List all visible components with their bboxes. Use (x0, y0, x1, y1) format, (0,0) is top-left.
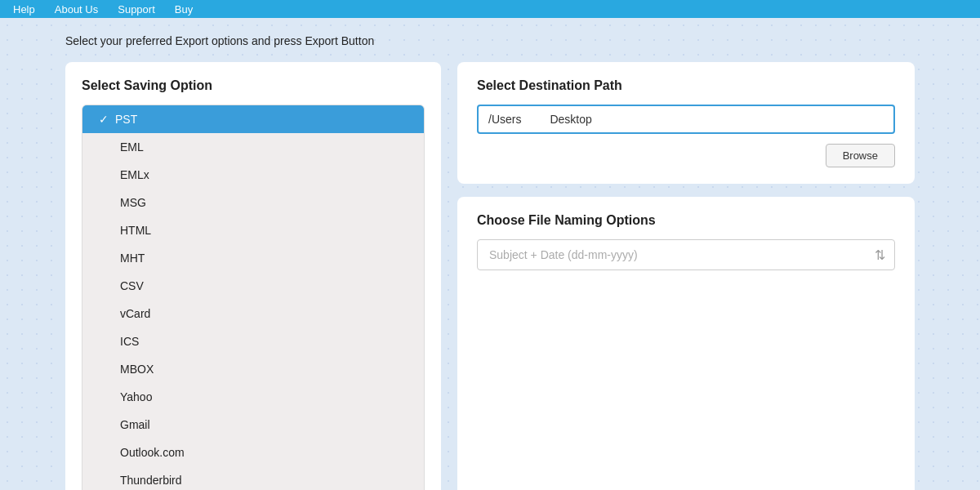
format-option-msg[interactable]: MSG (82, 189, 424, 216)
format-option-label: Gmail (120, 418, 150, 431)
main-content: Select your preferred Export options and… (0, 18, 980, 490)
format-option-label: ICS (120, 335, 139, 348)
format-option-label: EML (120, 140, 144, 154)
format-option-label: Thunderbird (120, 474, 182, 487)
destination-title: Select Destination Path (477, 78, 895, 93)
format-option-emlx[interactable]: EMLx (82, 161, 424, 189)
format-option-ics[interactable]: ICS (82, 327, 424, 355)
format-option-label: EMLx (120, 168, 149, 181)
right-panel: Select Destination Path Browse Choose Fi… (457, 62, 915, 490)
format-option-gmail[interactable]: Gmail (82, 411, 424, 439)
format-option-outlookcom[interactable]: Outlook.com (82, 439, 424, 466)
format-option-eml[interactable]: EML (82, 133, 424, 161)
destination-panel: Select Destination Path Browse (457, 62, 915, 184)
format-option-label: MHT (120, 252, 145, 265)
format-option-label: MBOX (120, 363, 154, 376)
format-option-html[interactable]: HTML (82, 216, 424, 244)
format-option-label: HTML (120, 224, 151, 237)
instruction-text: Select your preferred Export options and… (65, 34, 915, 47)
format-option-label: Outlook.com (120, 446, 185, 459)
format-option-mht[interactable]: MHT (82, 244, 424, 272)
top-nav: Help About Us Support Buy (0, 0, 980, 18)
format-option-label: PST (115, 113, 137, 126)
left-panel: Select Saving Option ✓PSTEMLEMLxMSGHTMLM… (65, 62, 441, 490)
file-naming-panel: Choose File Naming Options Subject + Dat… (457, 197, 915, 490)
browse-button[interactable]: Browse (826, 144, 895, 167)
format-option-yahoo[interactable]: Yahoo (82, 383, 424, 411)
nav-support[interactable]: Support (118, 3, 155, 16)
format-option-mbox[interactable]: MBOX (82, 355, 424, 383)
nav-help[interactable]: Help (13, 3, 35, 16)
format-option-label: CSV (120, 279, 144, 292)
nav-about[interactable]: About Us (55, 3, 98, 16)
format-option-vcard[interactable]: vCard (82, 300, 424, 327)
destination-path-input[interactable] (477, 105, 895, 134)
format-option-thunderbird[interactable]: Thunderbird (82, 466, 424, 490)
format-option-label: Yahoo (120, 390, 152, 403)
format-option-pst[interactable]: ✓PST (82, 105, 424, 133)
check-mark-icon: ✓ (99, 113, 109, 126)
format-option-csv[interactable]: CSV (82, 272, 424, 300)
saving-option-title: Select Saving Option (82, 78, 425, 93)
file-naming-select[interactable]: Subject + Date (dd-mm-yyyy)Subject onlyD… (477, 239, 895, 270)
format-dropdown[interactable]: ✓PSTEMLEMLxMSGHTMLMHTCSVvCardICSMBOXYaho… (82, 105, 425, 490)
format-option-label: vCard (120, 307, 150, 320)
nav-buy[interactable]: Buy (175, 3, 193, 16)
format-option-label: MSG (120, 196, 146, 209)
file-naming-title: Choose File Naming Options (477, 213, 895, 228)
